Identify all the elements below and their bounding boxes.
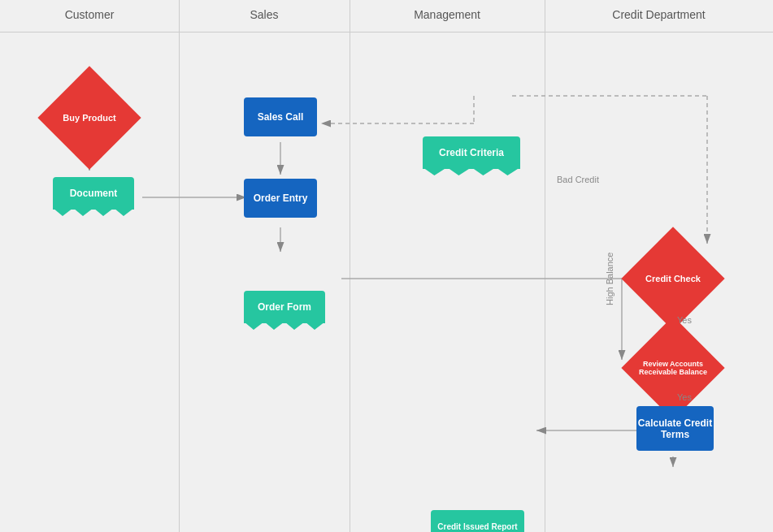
divider-1 — [179, 0, 180, 532]
credit-issued-node: Credit Issued Report — [431, 510, 524, 532]
review-accounts-node: Review Accounts Receivable Balance — [621, 316, 724, 419]
lane-header-sales: Sales — [179, 0, 350, 32]
buy-product-node: Buy Product — [37, 66, 141, 169]
yes-label-1: Yes — [677, 315, 692, 325]
calculate-credit-node: Calculate Credit Terms — [636, 406, 714, 451]
lane-header-customer: Customer — [0, 0, 179, 32]
divider-3 — [545, 0, 545, 532]
order-entry-node: Order Entry — [244, 179, 317, 218]
credit-check-node: Credit Check — [621, 227, 724, 330]
yes-label-2: Yes — [677, 392, 692, 402]
divider-2 — [350, 0, 350, 532]
document-node: Document — [53, 177, 134, 210]
lane-header-management: Management — [350, 0, 545, 32]
high-balance-label: High Balance — [605, 253, 614, 305]
sales-call-node: Sales Call — [244, 97, 317, 136]
bad-credit-label: Bad Credit — [557, 175, 599, 184]
swimlane-headers: Customer Sales Management Credit Departm… — [0, 0, 773, 32]
order-form-node: Order Form — [244, 291, 325, 323]
credit-criteria-node: Credit Criteria — [423, 136, 520, 169]
lane-header-credit: Credit Department — [545, 0, 773, 32]
diagram-container: Customer Sales Management Credit Departm… — [0, 0, 773, 532]
